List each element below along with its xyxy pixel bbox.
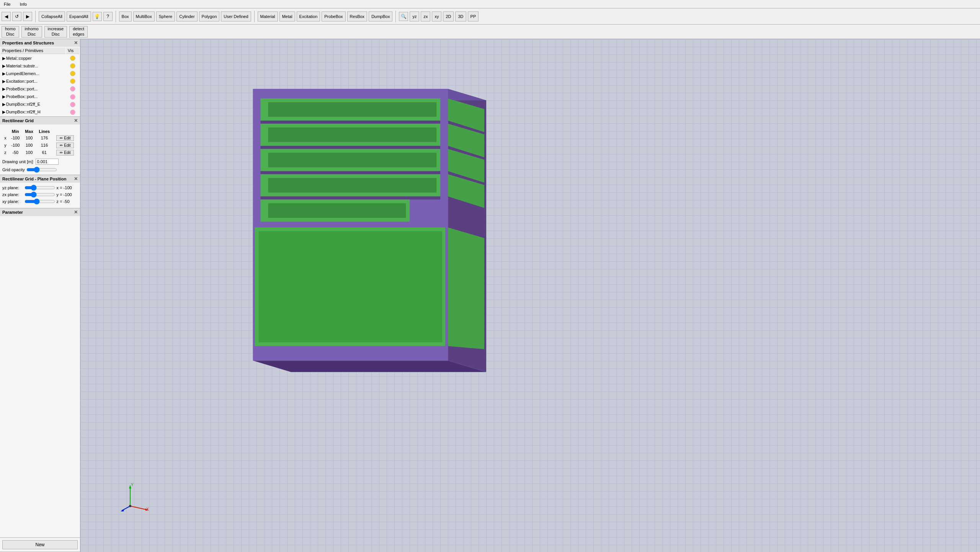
- yz-plane-slider[interactable]: [24, 185, 55, 190]
- inhomo-disc-button[interactable]: inhomo Disc: [21, 26, 42, 38]
- box-bottom-face: [253, 360, 487, 372]
- property-vis[interactable]: [66, 109, 79, 116]
- tb-icon-light[interactable]: 💡: [93, 12, 102, 21]
- view-2d-button[interactable]: 2D: [443, 11, 454, 21]
- properties-section: Properties and Structures ✕ Properties /…: [0, 39, 80, 117]
- expand-all-button[interactable]: ExpandAll: [67, 11, 91, 21]
- detect-edges-button[interactable]: detect edges: [69, 26, 88, 38]
- stripe-gap-1: [261, 121, 441, 124]
- left-panel: Properties and Structures ✕ Properties /…: [0, 39, 80, 552]
- tb-icon-back[interactable]: ◀: [2, 12, 11, 21]
- property-vis[interactable]: [66, 78, 79, 85]
- menu-info[interactable]: Info: [18, 1, 29, 7]
- polygon-button[interactable]: Polygon: [199, 11, 220, 21]
- property-row[interactable]: ▶DumpBox::nf2ff_E: [1, 101, 79, 108]
- excitation-button[interactable]: Excitation: [297, 11, 320, 21]
- vis-icon[interactable]: [70, 63, 75, 69]
- stripe-gap-3: [261, 171, 441, 174]
- tree-arrow-icon: ▶: [2, 71, 5, 76]
- grid-opacity-slider[interactable]: [26, 167, 57, 172]
- vis-icon[interactable]: [70, 86, 75, 92]
- param-close-icon[interactable]: ✕: [74, 210, 78, 215]
- grid-header: Rectilinear Grid ✕: [0, 117, 80, 124]
- view-3d-button[interactable]: 3D: [455, 11, 466, 21]
- tb-icon-magnify[interactable]: 🔍: [399, 12, 408, 21]
- metal-button[interactable]: Metal: [279, 11, 295, 21]
- user-defined-button[interactable]: User Defined: [221, 11, 251, 21]
- collapse-all-button[interactable]: CollapseAll: [39, 11, 65, 21]
- multibox-button[interactable]: MultiBox: [133, 11, 155, 21]
- parameter-section: Parameter ✕ New: [0, 208, 80, 552]
- detect-edges-line1: detect: [73, 26, 84, 31]
- property-row[interactable]: ▶Excitation::port...: [1, 78, 79, 85]
- grid-max-cell: 100: [22, 134, 36, 142]
- resbox-button[interactable]: ResBox: [347, 11, 368, 21]
- property-row[interactable]: ▶Metal::copper: [1, 55, 79, 62]
- xy-plane-slider[interactable]: [24, 199, 55, 204]
- property-row[interactable]: ▶LumpedElemen...: [1, 70, 79, 77]
- property-row[interactable]: ▶DumpBox::nf2ff_H: [1, 109, 79, 116]
- property-vis[interactable]: [66, 101, 79, 108]
- view-xy-button[interactable]: xy: [432, 11, 441, 21]
- tree-arrow-icon: ▶: [2, 79, 5, 84]
- edit-x-button[interactable]: ✏ Edit: [56, 135, 74, 141]
- vis-icon[interactable]: [70, 94, 75, 100]
- sphere-button[interactable]: Sphere: [156, 11, 175, 21]
- view-pp-button[interactable]: PP: [468, 11, 479, 21]
- probebox-button[interactable]: ProbeBox: [322, 11, 345, 21]
- box-button[interactable]: Box: [119, 11, 132, 21]
- vis-icon[interactable]: [70, 71, 75, 76]
- property-row[interactable]: ▶ProbeBox::port...: [1, 93, 79, 100]
- edit-z-button[interactable]: ✏ Edit: [56, 150, 74, 156]
- property-row[interactable]: ▶ProbeBox::port...: [1, 85, 79, 92]
- material-button[interactable]: Material: [258, 11, 278, 21]
- edit-y-button[interactable]: ✏ Edit: [56, 143, 74, 148]
- plane-title: Rectilinear Grid - Plane Position: [2, 177, 66, 181]
- property-vis[interactable]: [66, 93, 79, 100]
- grid-min-col: Min: [8, 128, 22, 134]
- vis-icon[interactable]: [70, 110, 75, 115]
- zx-plane-slider[interactable]: [24, 192, 55, 197]
- new-button[interactable]: New: [2, 540, 78, 549]
- increase-disc-line2: Disc: [52, 32, 60, 37]
- property-label: ▶Material::substr...: [1, 62, 65, 69]
- xy-plane-value: z = -50: [57, 199, 78, 204]
- property-label: ▶ProbeBox::port...: [1, 93, 65, 100]
- property-vis[interactable]: [66, 55, 79, 62]
- yz-plane-label: yz plane:: [2, 185, 23, 190]
- menu-file[interactable]: File: [2, 1, 13, 7]
- rectilinear-grid-section: Rectilinear Grid ✕ Min Max Lines: [0, 117, 80, 175]
- menubar: File Info: [0, 0, 980, 8]
- param-title: Parameter: [2, 210, 23, 215]
- viewport[interactable]: Y X: [80, 39, 980, 552]
- drawing-unit-input[interactable]: [36, 159, 59, 165]
- tb-icon-forward[interactable]: ▶: [23, 12, 32, 21]
- drawing-unit-row: Drawing unit [m]:: [2, 159, 78, 165]
- vis-icon[interactable]: [70, 56, 75, 61]
- property-row[interactable]: ▶Material::substr...: [1, 62, 79, 69]
- tree-arrow-icon: ▶: [2, 64, 5, 68]
- vis-icon[interactable]: [70, 102, 75, 107]
- vis-icon[interactable]: [70, 79, 75, 84]
- grid-edit-cell: ✏ Edit: [53, 142, 78, 149]
- property-vis[interactable]: [66, 62, 79, 69]
- increase-disc-button[interactable]: increase Disc: [44, 26, 67, 38]
- increase-disc-line1: increase: [48, 26, 64, 31]
- homo-disc-button[interactable]: homo Disc: [2, 26, 19, 38]
- tree-arrow-icon: ▶: [2, 110, 5, 114]
- view-yz-button[interactable]: yz: [410, 11, 419, 21]
- tb-icon-question[interactable]: ?: [103, 12, 113, 21]
- svg-marker-7: [121, 509, 124, 511]
- tb-icon-refresh[interactable]: ↺: [12, 12, 21, 21]
- view-zx-button[interactable]: zx: [421, 11, 430, 21]
- grid-close-icon[interactable]: ✕: [74, 118, 78, 123]
- stripe-3-inner: [268, 153, 437, 167]
- properties-close-icon[interactable]: ✕: [74, 40, 78, 46]
- property-vis[interactable]: [66, 85, 79, 92]
- stripe-4-inner: [268, 178, 437, 193]
- property-vis[interactable]: [66, 70, 79, 77]
- plane-close-icon[interactable]: ✕: [74, 176, 78, 182]
- dumpbox-button[interactable]: DumpBox: [369, 11, 392, 21]
- svg-text:X: X: [146, 507, 149, 511]
- cylinder-button[interactable]: Cylinder: [176, 11, 197, 21]
